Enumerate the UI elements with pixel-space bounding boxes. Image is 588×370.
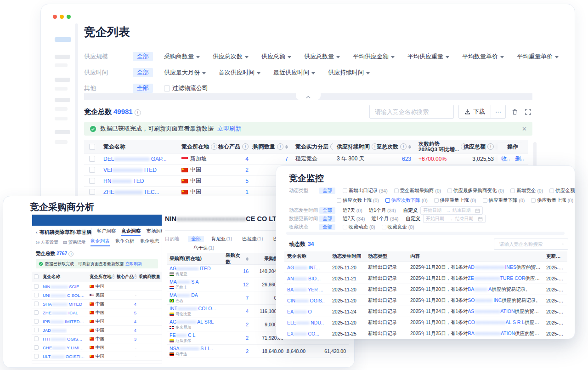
search-input[interactable] [374,108,457,116]
checkbox[interactable] [510,188,515,193]
buyer-name-link[interactable]: FExxxxx C L [170,332,220,338]
monitor-type-option[interactable]: 供应数量上涨(0) [531,197,573,204]
core-product-count[interactable]: 5 [218,178,252,184]
all-filter-chip[interactable]: 全部 [188,236,204,242]
filter-logistics-checkbox[interactable]: 过滤物流公司 [164,84,208,92]
competitor-name-link[interactable]: DELxxxxxxxxxxxxxx GAP... [103,156,166,162]
buyer-name-link[interactable]: INTxxxxxxxxx COLO... [170,306,220,311]
purchase-times-cell[interactable]: 2 [223,322,251,327]
filter-dropdown[interactable]: 平均数量单价 [462,52,504,61]
destination-option[interactable]: 巴拉圭(1) [242,236,263,242]
maximize-window-icon[interactable] [67,15,71,19]
favorite-link[interactable]: 收藏 [501,155,510,163]
favorite-filter-option[interactable]: 收藏竞企(0) [382,224,414,230]
filter-dropdown[interactable]: 供应总次数 [213,52,249,61]
all-filter-chip[interactable]: 全部 [133,68,153,77]
all-filter-chip[interactable]: 全部 [133,52,153,61]
close-window-icon[interactable] [53,15,57,19]
refresh-now-link[interactable]: 立即刷新 [125,261,142,267]
purchase-times-cell[interactable]: 16 [223,268,251,274]
destination-option[interactable]: 乌干达(1) [193,245,214,251]
row-checkbox[interactable] [32,302,40,306]
row-checkbox[interactable] [32,336,40,341]
monitor-type-option[interactable]: 供应次数上涨(0) [337,197,379,204]
checkbox[interactable] [549,188,554,193]
insight-tab[interactable]: 客户洞察 [96,228,116,236]
scheme-settings-button[interactable]: ◎ 方案设置 [36,239,58,245]
competitor-name-link[interactable]: JADxxxxxxxx [43,328,67,333]
sub-tab[interactable]: 竞企动态 [140,238,159,246]
checkbox[interactable] [164,85,170,91]
time-filter-option[interactable]: 近7天(0) [343,207,362,214]
filter-dropdown[interactable]: 平均供应重量 [407,52,449,61]
competitor-name-link[interactable]: VEIxxxxxxxxxxxx ITED [103,167,157,173]
core-product-count[interactable]: 1 [218,189,252,195]
checkbox[interactable] [382,225,386,229]
row-checkbox[interactable] [32,345,40,350]
competitor-name-link[interactable]: EAxxxxxx O [287,309,312,314]
more-options-button[interactable]: ⋯ [491,105,505,118]
monitor-type-option[interactable]: 供应最多采购商变化(0) [447,188,504,194]
filter-dropdown[interactable]: 最近供应时间 [273,68,315,77]
checkbox[interactable] [385,198,390,203]
filter-dropdown[interactable]: 供应总数量 [304,52,340,61]
favorite-filter-option[interactable]: 收藏动态(0) [343,224,375,230]
all-filter-chip[interactable]: 全部 [319,188,335,194]
filter-dropdown[interactable]: 平均重量单价 [517,52,559,61]
competitor-name-link[interactable]: HNxxxxxxxx TED [103,178,144,184]
competitor-name-link[interactable]: NINxxxxxxxxx SCIENCE C... [43,284,85,289]
buyer-name-link[interactable]: AGxxxxxxxxxx ITED [170,266,220,271]
competitor-name-link[interactable]: AGxxxxxx INT... [287,265,320,270]
time-filter-option[interactable]: 近1个月(34) [372,216,399,222]
minimize-window-icon[interactable] [60,15,64,19]
row-checkbox[interactable] [84,156,100,162]
competitor-name-link[interactable]: ZHExxxxxxxx ICAL [43,310,78,315]
competitor-name-link[interactable]: ELExxxxxx NDU.. [287,320,324,325]
core-product-count[interactable]: 4 [218,156,252,162]
time-filter-option[interactable]: 近7天(34) [343,216,365,222]
all-filter-chip[interactable]: 全部 [319,207,335,214]
row-checkbox[interactable] [84,178,100,184]
checkbox[interactable] [394,188,399,193]
date-range-picker[interactable]: 开始日期 → 结束日期 [420,206,483,215]
competitor-name-link[interactable]: ANxxxxxx BIO... [287,276,321,281]
monitor-type-option[interactable]: 供应重量下降(0) [483,197,525,204]
competitor-name-link[interactable]: CINxxxxxx OGIS.. [287,298,325,303]
filter-dropdown[interactable]: 供应持续时间 [328,68,370,77]
checkbox[interactable] [337,198,341,203]
monitor-type-option[interactable]: 供应金额上涨(0) [549,188,575,194]
sub-tab[interactable]: 竞企列表 [90,238,110,246]
download-button[interactable]: 下载 [459,105,491,118]
checkbox[interactable] [483,198,487,203]
select-all-checkbox[interactable] [32,274,40,279]
time-filter-option[interactable]: 近1个月(34) [369,207,396,214]
buyer-count[interactable]: 7 [252,156,292,162]
row-checkbox[interactable] [32,319,40,324]
competitor-name-link[interactable]: IPRxxxxxxx IMITED 35... [43,319,85,324]
row-checkbox[interactable] [84,167,100,173]
purchase-times-cell[interactable]: 2 [223,348,251,354]
filter-dropdown[interactable]: 平均供应金额 [353,52,395,61]
monitor-type-option[interactable]: 新增竞企(0) [510,188,543,194]
filter-dropdown[interactable]: 首次供应时间 [219,68,260,77]
total-times-cell[interactable]: 623 [377,156,415,162]
row-checkbox[interactable] [32,310,40,315]
custom-range-label[interactable]: 自定义 [406,216,421,222]
fullscreen-button[interactable] [524,108,532,116]
all-filter-chip[interactable]: 全部 [319,216,335,222]
competitor-name-link[interactable]: CHExxxxxxx Y LIMITED [43,345,85,350]
sort-icon[interactable] [285,145,288,149]
monitor-type-option[interactable]: 竞企新增采购商(0) [394,188,441,194]
sort-icon[interactable] [246,257,249,261]
monitor-type-option[interactable]: 供应次数下降(0) [385,197,428,204]
buyer-name-link[interactable]: NSAxxxxxxxxx S LI... [170,346,220,351]
select-all-checkbox[interactable] [84,144,100,150]
all-filter-chip[interactable]: 全部 [133,84,153,93]
competitor-name-link[interactable]: SHAxxxxxxxx MITED [43,302,82,307]
row-checkbox[interactable] [32,354,40,359]
collapse-toggle[interactable] [296,93,321,100]
filter-dropdown[interactable]: 采购商数量 [164,52,200,61]
filter-dropdown[interactable]: 供应最大月份 [164,68,206,77]
custom-range-label[interactable]: 自定义 [403,207,418,214]
core-product-count[interactable]: 2 [218,167,252,173]
